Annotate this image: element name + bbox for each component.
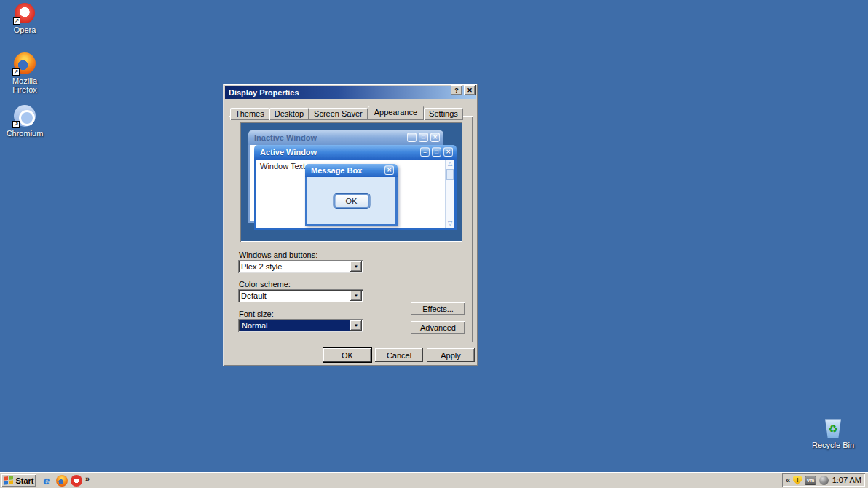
- shortcut-arrow-icon: ↗: [13, 17, 20, 25]
- windows-logo-icon: [4, 476, 13, 485]
- dialog-title: Display Properties: [229, 88, 299, 97]
- internet-explorer-icon: e: [41, 475, 52, 487]
- tab-screen-saver[interactable]: Screen Saver: [309, 108, 368, 120]
- taskbar: Start e » « ! vm 1:07 AM: [0, 472, 868, 488]
- preview-message-box: Message Box ✕ OK: [305, 164, 398, 226]
- color-scheme-select[interactable]: Default ▼: [238, 289, 363, 302]
- close-icon: ✕: [384, 165, 394, 175]
- tab-desktop[interactable]: Desktop: [269, 108, 309, 120]
- advanced-button[interactable]: Advanced: [411, 321, 465, 334]
- appearance-preview: Inactive Window – □ ✕ Active Window – □ …: [240, 122, 462, 242]
- preview-message-box-title: Message Box: [311, 166, 362, 175]
- quicklaunch-internet-explorer[interactable]: e: [41, 475, 52, 487]
- start-label: Start: [15, 476, 33, 485]
- desktop-icon-label: Chromium: [7, 129, 44, 138]
- desktop-icon-label: Mozilla Firefox: [0, 76, 50, 94]
- desktop-icon-recycle-bin[interactable]: ♻ Recycle Bin: [808, 417, 858, 449]
- desktop-icon-label: Opera: [14, 25, 36, 34]
- desktop-icon-firefox[interactable]: ↗ Mozilla Firefox: [0, 52, 50, 94]
- chevron-down-icon[interactable]: ▼: [350, 291, 362, 301]
- opera-icon: [71, 475, 82, 487]
- preview-message-box-client: OK: [305, 177, 398, 226]
- preview-inactive-titlebar: Inactive Window – □ ✕: [248, 130, 443, 145]
- quicklaunch-overflow-chevron[interactable]: »: [85, 474, 90, 483]
- chevron-down-icon[interactable]: ▼: [350, 261, 362, 272]
- scroll-thumb: [446, 169, 454, 180]
- chromium-icon: ↗: [14, 105, 36, 127]
- system-tray: « ! vm 1:07 AM: [782, 473, 865, 487]
- security-shield-icon[interactable]: !: [793, 476, 802, 485]
- color-scheme-value: Default: [241, 291, 349, 300]
- windows-and-buttons-select[interactable]: Plex 2 style ▼: [238, 260, 363, 273]
- font-size-label: Font size:: [239, 310, 274, 318]
- preview-active-title: Active Window: [260, 148, 317, 157]
- cancel-button[interactable]: Cancel: [375, 348, 423, 362]
- shortcut-arrow-icon: ↗: [12, 68, 20, 76]
- preview-ok-button: OK: [334, 194, 369, 208]
- maximize-icon: □: [432, 147, 441, 157]
- close-button[interactable]: ✕: [464, 85, 476, 95]
- desktop: ↗ Opera ↗ Mozilla Firefox ↗ Chromium ♻ R…: [0, 0, 868, 488]
- font-size-select[interactable]: Normal ▼: [238, 319, 363, 332]
- close-icon: ✕: [443, 147, 453, 157]
- display-properties-dialog: Display Properties ? ✕ Themes Desktop Sc…: [223, 84, 478, 366]
- maximize-icon: □: [419, 133, 428, 142]
- minimize-icon: –: [407, 133, 417, 142]
- desktop-icon-label: Recycle Bin: [812, 441, 854, 449]
- preview-window-text: Window Text: [260, 162, 305, 170]
- apply-button[interactable]: Apply: [427, 348, 475, 362]
- sphere-icon[interactable]: [819, 476, 829, 485]
- tray-collapse-chevron[interactable]: «: [786, 476, 790, 484]
- tab-settings[interactable]: Settings: [424, 108, 463, 120]
- ok-button[interactable]: OK: [323, 348, 371, 362]
- windows-and-buttons-value: Plex 2 style: [241, 262, 349, 271]
- shortcut-arrow-icon: ↗: [12, 121, 20, 128]
- chevron-down-icon[interactable]: ▼: [350, 320, 362, 331]
- recycle-bin-icon: ♻: [824, 417, 843, 438]
- recycle-icon: ♻: [828, 422, 837, 436]
- firefox-icon: ↗: [14, 52, 36, 74]
- windows-and-buttons-label: Windows and buttons:: [239, 251, 317, 259]
- color-scheme-label: Color scheme:: [239, 280, 291, 288]
- preview-active-titlebar: Active Window – □ ✕: [254, 145, 457, 160]
- desktop-icon-opera[interactable]: ↗ Opera: [0, 3, 50, 34]
- opera-icon: ↗: [15, 3, 35, 23]
- preview-inactive-title: Inactive Window: [254, 133, 317, 142]
- firefox-icon: [56, 475, 68, 487]
- desktop-icon-chromium[interactable]: ↗ Chromium: [0, 105, 50, 138]
- close-icon: ✕: [430, 133, 440, 142]
- quicklaunch-opera[interactable]: [71, 475, 82, 487]
- vmware-icon[interactable]: vm: [805, 476, 816, 485]
- scroll-down-icon: ▽: [446, 219, 454, 228]
- tab-themes[interactable]: Themes: [230, 108, 269, 120]
- start-button[interactable]: Start: [1, 474, 36, 487]
- preview-scrollbar: △ ▽: [445, 160, 454, 228]
- scroll-up-icon: △: [446, 160, 454, 168]
- dialog-titlebar[interactable]: Display Properties: [225, 86, 476, 99]
- tab-appearance[interactable]: Appearance: [368, 106, 424, 120]
- effects-button[interactable]: Effects...: [411, 302, 465, 315]
- tab-strip: Themes Desktop Screen Saver Appearance S…: [230, 103, 463, 120]
- preview-message-box-titlebar: Message Box ✕: [305, 164, 398, 177]
- help-button[interactable]: ?: [451, 85, 462, 95]
- font-size-value: Normal: [240, 320, 350, 331]
- minimize-icon: –: [420, 147, 430, 157]
- quicklaunch-firefox[interactable]: [56, 475, 68, 487]
- tray-clock[interactable]: 1:07 AM: [832, 476, 861, 484]
